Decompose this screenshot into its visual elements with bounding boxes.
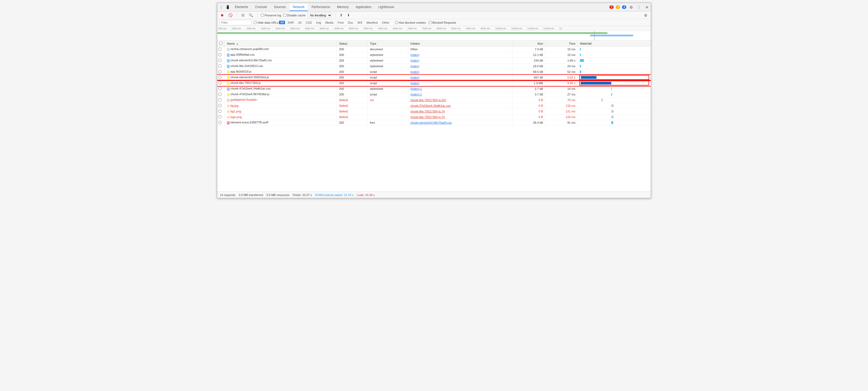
col-header-waterfall[interactable]: Waterfall <box>578 40 651 47</box>
initiator-link[interactable]: chunk-libs.79317304.js:257 <box>410 99 446 102</box>
network-table-container[interactable]: Name ▲ Status Type Initiator Size Time W… <box>217 40 651 192</box>
select-all-checkbox[interactable] <box>219 42 222 45</box>
tab-console[interactable]: Console <box>252 3 270 11</box>
row-name[interactable]: getMqttInfo?hotelId= <box>225 97 337 103</box>
table-row[interactable]: chunk-47e52ee4.34afb1ac.css200stylesheet… <box>217 86 651 92</box>
filter-all-badge[interactable]: All <box>279 21 285 24</box>
col-header-type[interactable]: Type <box>368 40 408 47</box>
tab-application[interactable]: Application <box>352 3 375 11</box>
table-row[interactable]: element-icons.535877f5.woff200fontchunk-… <box>217 120 651 125</box>
filter-media[interactable]: Media <box>323 20 335 25</box>
filter-input[interactable] <box>219 20 252 25</box>
timeline-area[interactable]: 500 ms 1000 ms 1500 ms 2000 ms 2500 ms 3… <box>217 26 651 40</box>
has-blocked-cookies-label[interactable]: Has blocked cookies <box>395 21 426 24</box>
table-row[interactable]: nezha-chinacom.pujie88.com200documentOth… <box>217 47 651 52</box>
tab-performance[interactable]: Performance <box>308 3 333 11</box>
table-row[interactable]: getMqttInfo?hotelId=(failed)xhrchunk-lib… <box>217 97 651 103</box>
row-initiator[interactable]: chunk-elementUI.68c70ad5.css <box>408 120 513 125</box>
filter-css[interactable]: CSS <box>304 20 314 25</box>
clear-button[interactable]: 🚫 <box>227 12 234 18</box>
tab-network[interactable]: Network <box>289 3 308 11</box>
row-select-checkbox[interactable] <box>218 64 221 67</box>
row-initiator[interactable]: (index) <box>408 58 513 63</box>
filter-xhr[interactable]: XHR <box>285 20 296 25</box>
row-initiator[interactable]: (index) <box>408 63 513 69</box>
export-har-button[interactable]: ⬇ <box>346 12 351 18</box>
initiator-link[interactable]: (index) <box>410 70 420 74</box>
row-initiator[interactable]: (index) <box>408 80 513 86</box>
devtools-menu-icon[interactable]: ⋮ <box>218 5 224 10</box>
table-row[interactable]: logo.png(failed)chunk-libs.79317304.js:7… <box>217 114 651 120</box>
disable-cache-checkbox[interactable] <box>283 14 286 17</box>
row-initiator[interactable]: chunk-libs.79317304.js:257 <box>408 97 513 103</box>
row-select-checkbox[interactable] <box>218 121 221 124</box>
row-name[interactable]: chunk-elementUI.593f16ed.js <box>225 75 337 80</box>
tab-sources[interactable]: Sources <box>271 3 289 11</box>
preserve-log-checkbox[interactable] <box>261 14 264 17</box>
more-options-icon[interactable]: ⋮ <box>636 5 642 10</box>
tab-memory[interactable]: Memory <box>334 3 352 11</box>
tab-elements[interactable]: Elements <box>231 3 251 11</box>
filter-toggle-button[interactable]: ⊟ <box>240 12 245 18</box>
tab-lighthouse[interactable]: Lighthouse <box>375 3 398 11</box>
row-select-checkbox[interactable] <box>218 99 221 102</box>
filter-doc[interactable]: Doc <box>346 20 355 25</box>
table-row[interactable]: bg.jpg(failed)chunk-47e52ee4.34afb1ac.cs… <box>217 103 651 109</box>
filter-js[interactable]: JS <box>296 20 304 25</box>
row-name[interactable]: chunk-libs.79317304.js <box>225 80 337 86</box>
close-icon[interactable]: ✕ <box>644 5 650 10</box>
initiator-link[interactable]: (index) <box>410 76 420 79</box>
row-select-checkbox[interactable] <box>218 70 221 73</box>
table-row[interactable]: app.fb2b5019.js200script(index)69.5 kB52… <box>217 69 651 75</box>
row-select-checkbox[interactable] <box>218 110 221 113</box>
row-initiator[interactable]: (index):1 <box>408 92 513 97</box>
row-name[interactable]: chunk-47e52ee4.34afb1ac.css <box>225 86 337 92</box>
row-initiator[interactable]: chunk-libs.79317304.js:74 <box>408 114 513 120</box>
timeline-graph[interactable] <box>217 31 651 40</box>
disable-cache-label[interactable]: Disable cache <box>283 14 306 17</box>
table-row[interactable]: chunk-elementUI.593f16ed.js200script(ind… <box>217 75 651 80</box>
table-row[interactable]: chunk-elementUI.68c70ad5.css200styleshee… <box>217 58 651 63</box>
initiator-link[interactable]: (index) <box>410 82 420 85</box>
table-row[interactable]: chunk-47e52ee4.967453bd.js200script(inde… <box>217 92 651 97</box>
hide-data-urls-checkbox[interactable] <box>254 21 257 24</box>
table-row[interactable]: app.9389e8ad.css200stylesheet(index)12.1… <box>217 52 651 58</box>
row-initiator[interactable]: chunk-libs.79317304.js:74 <box>408 109 513 114</box>
col-header-name[interactable]: Name ▲ <box>225 40 337 47</box>
filter-manifest[interactable]: Manifest <box>365 20 380 25</box>
hide-data-urls-label[interactable]: Hide data URLs <box>254 21 279 24</box>
row-select-checkbox[interactable] <box>218 93 221 96</box>
throttle-select[interactable]: No throttling <box>308 12 332 18</box>
toolbar-settings-icon[interactable]: ⚙ <box>643 12 649 18</box>
row-initiator[interactable]: (index) <box>408 69 513 75</box>
initiator-link[interactable]: (index) <box>410 59 420 62</box>
has-blocked-cookies-checkbox[interactable] <box>395 21 398 24</box>
blocked-requests-checkbox[interactable] <box>429 21 432 24</box>
initiator-link[interactable]: chunk-libs.79317304.js:74 <box>410 110 445 113</box>
initiator-link[interactable]: chunk-elementUI.68c70ad5.css <box>410 121 452 124</box>
import-har-button[interactable]: ⬆ <box>339 12 344 18</box>
row-initiator[interactable]: (index) <box>408 52 513 58</box>
table-row[interactable]: bg1.png(failed)chunk-libs.79317304.js:74… <box>217 109 651 114</box>
preserve-log-label[interactable]: Preserve log <box>261 14 281 17</box>
row-name[interactable]: logo.png <box>225 114 337 120</box>
initiator-link[interactable]: (index):1 <box>410 87 422 90</box>
table-row[interactable]: chunk-libs.2e418612.css200stylesheet(ind… <box>217 63 651 69</box>
col-header-time[interactable]: Time <box>546 40 578 47</box>
devtools-device-icon[interactable]: 📱 <box>224 5 231 10</box>
row-initiator[interactable]: (index):1 <box>408 86 513 92</box>
initiator-link[interactable]: (index):1 <box>410 93 422 96</box>
initiator-link[interactable]: (index) <box>410 64 420 68</box>
row-name[interactable]: app.9389e8ad.css <box>225 52 337 58</box>
row-initiator[interactable]: chunk-47e52ee4.34afb1ac.css <box>408 103 513 109</box>
initiator-link[interactable]: chunk-libs.79317304.js:74 <box>410 115 445 119</box>
row-name[interactable]: chunk-libs.2e418612.css <box>225 63 337 69</box>
col-header-initiator[interactable]: Initiator <box>408 40 513 47</box>
filter-ws[interactable]: WS <box>355 20 364 25</box>
row-name[interactable]: chunk-47e52ee4.967453bd.js <box>225 92 337 97</box>
search-button[interactable]: 🔍 <box>248 12 254 18</box>
record-button[interactable]: ⏺ <box>219 12 225 18</box>
row-name[interactable]: element-icons.535877f5.woff <box>225 120 337 125</box>
row-name[interactable]: bg1.png <box>225 109 337 114</box>
settings-icon[interactable]: ⚙ <box>628 5 634 10</box>
